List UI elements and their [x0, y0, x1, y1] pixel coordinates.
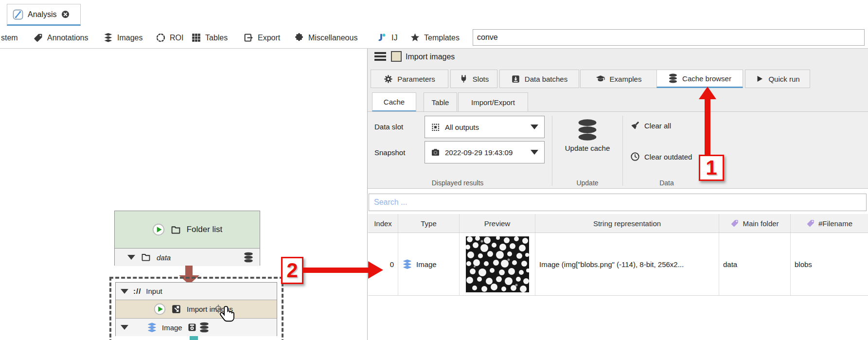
puzzle-icon — [294, 33, 304, 43]
slot-label: data — [157, 253, 171, 262]
play-icon — [755, 74, 764, 83]
annotation-marker-2: 2 — [281, 257, 303, 284]
node-import-images-header[interactable]: Import images — [116, 300, 277, 319]
slot-row-data[interactable]: data — [115, 249, 260, 266]
clear-outdated-button[interactable]: Clear outdated — [630, 152, 692, 161]
pipeline-canvas[interactable]: Folder list data :// Input — [0, 49, 367, 340]
tab-parameters[interactable]: Parameters — [371, 70, 448, 88]
toolbar-item-annotations[interactable]: Annotations — [33, 27, 89, 48]
column-header-string-representation[interactable]: String representation — [535, 214, 719, 233]
toolbar-item-tables[interactable]: Tables — [191, 27, 228, 48]
tab-quick-run[interactable]: Quick run — [745, 70, 810, 88]
connection-edge — [185, 266, 193, 276]
cache-search-input[interactable] — [369, 194, 867, 211]
chevron-down-icon — [531, 150, 538, 155]
table-row[interactable]: 0 Image — [368, 233, 868, 296]
image-layers-icon — [147, 322, 157, 333]
protocol-prefix: :// — [133, 287, 141, 295]
tab-slots[interactable]: Slots — [450, 70, 497, 88]
toolbar-item-templates[interactable]: Templates — [410, 27, 460, 48]
cell-filename: blobs — [791, 233, 868, 295]
panel-title: Import images — [406, 51, 455, 63]
chevron-down-icon[interactable] — [121, 289, 128, 294]
chevron-down-icon[interactable] — [127, 255, 135, 260]
cell-preview[interactable] — [460, 233, 535, 295]
toolbar-item-export[interactable]: Export — [244, 27, 280, 48]
tab-analysis-label: Analysis — [28, 10, 57, 19]
compartment-row-input[interactable]: :// Input — [116, 283, 277, 300]
data-slot-dropdown[interactable]: All outputs — [425, 116, 545, 138]
slot-row-image[interactable]: Image — [116, 319, 277, 336]
graduation-cap-icon — [596, 74, 605, 84]
layers-icon — [103, 33, 113, 43]
snapshot-dropdown[interactable]: 2022-09-29 19:43:09 — [425, 141, 545, 163]
preview-disk-icon[interactable] — [187, 322, 197, 332]
group-caption-update: Update — [563, 179, 612, 187]
tag-icon — [33, 33, 43, 43]
column-header-filename[interactable]: #Filename — [791, 214, 868, 233]
hand-cursor — [219, 305, 236, 323]
toolbar-search-input[interactable] — [473, 29, 865, 46]
hamburger-menu-icon[interactable] — [374, 52, 386, 62]
tab-analysis[interactable]: Analysis — [7, 4, 81, 26]
clear-all-button[interactable]: Clear all — [630, 121, 671, 130]
chevron-down-icon[interactable] — [121, 325, 128, 330]
subtab-import-export[interactable]: Import/Export — [458, 92, 528, 112]
main-toolbar: stem Annotations Images ROI Tables Expor… — [0, 27, 868, 49]
tab-data-batches[interactable]: Data batches — [499, 70, 579, 88]
brush-icon — [630, 121, 640, 130]
toolbar-item-images[interactable]: Images — [103, 27, 142, 48]
chevron-down-icon — [531, 125, 538, 129]
node-title: Folder list — [187, 225, 223, 234]
column-header-type[interactable]: Type — [398, 214, 460, 233]
tag-icon — [806, 219, 815, 228]
node-folder-list-header[interactable]: Folder list — [115, 211, 260, 249]
slot-label: Image — [162, 323, 182, 332]
database-icon — [668, 73, 678, 83]
cache-browser-panel: Import images Parameters Slots Data batc… — [367, 49, 868, 340]
cell-string-representation: Image (img["blobs.png" (-114), 8-bit, 25… — [535, 233, 719, 295]
cell-main-folder: data — [719, 233, 791, 295]
node-import-images[interactable]: :// Input Import images Image — [115, 282, 277, 336]
gear-icon — [384, 74, 393, 84]
run-play-icon[interactable] — [152, 223, 165, 236]
annotation-arrow-line — [705, 97, 710, 155]
cell-type: Image — [398, 233, 460, 295]
camera-icon — [431, 148, 440, 157]
ribbon-separator — [622, 116, 623, 186]
tag-icon — [730, 219, 739, 228]
column-header-main-folder[interactable]: Main folder — [719, 214, 791, 233]
imagej-icon — [377, 33, 388, 43]
export-icon — [244, 33, 254, 43]
subtab-cache[interactable]: Cache — [372, 92, 416, 112]
table-grid-icon — [191, 33, 201, 43]
toolbar-item-roi[interactable]: ROI — [156, 27, 183, 48]
database-icon[interactable] — [199, 322, 210, 333]
group-caption-displayed-results: Displayed results — [397, 179, 518, 187]
tab-examples[interactable]: Examples — [580, 70, 657, 88]
subtab-table[interactable]: Table — [424, 92, 457, 112]
run-play-icon[interactable] — [154, 303, 166, 315]
toolbar-item-system-partial[interactable]: stem — [1, 27, 18, 48]
data-slot-label: Data slot — [374, 123, 403, 131]
snapshot-label: Snapshot — [374, 148, 405, 157]
database-icon[interactable] — [243, 252, 254, 263]
close-icon[interactable] — [61, 10, 70, 19]
connection-edge-teal — [190, 336, 198, 340]
toolbar-item-imagej[interactable]: IJ — [377, 27, 397, 48]
node-folder-list[interactable]: Folder list data — [114, 211, 260, 266]
image-layers-icon — [402, 259, 412, 269]
database-icon — [576, 119, 599, 141]
all-outputs-icon — [431, 123, 440, 132]
toolbar-item-miscellaneous[interactable]: Miscellaneous — [294, 27, 357, 48]
clock-icon — [630, 152, 640, 161]
analysis-pipeline-icon — [12, 9, 24, 20]
application-window: Analysis stem Annotations Images ROI Tab… — [0, 0, 868, 340]
column-header-index[interactable]: Index — [368, 214, 398, 233]
column-header-preview[interactable]: Preview — [460, 214, 535, 233]
roi-icon — [156, 33, 166, 43]
tab-cache-browser[interactable]: Cache browser — [656, 70, 743, 88]
update-cache-button[interactable]: Update cache — [552, 119, 622, 152]
annotation-arrow-right-icon — [368, 261, 383, 279]
preview-image[interactable] — [466, 236, 529, 292]
